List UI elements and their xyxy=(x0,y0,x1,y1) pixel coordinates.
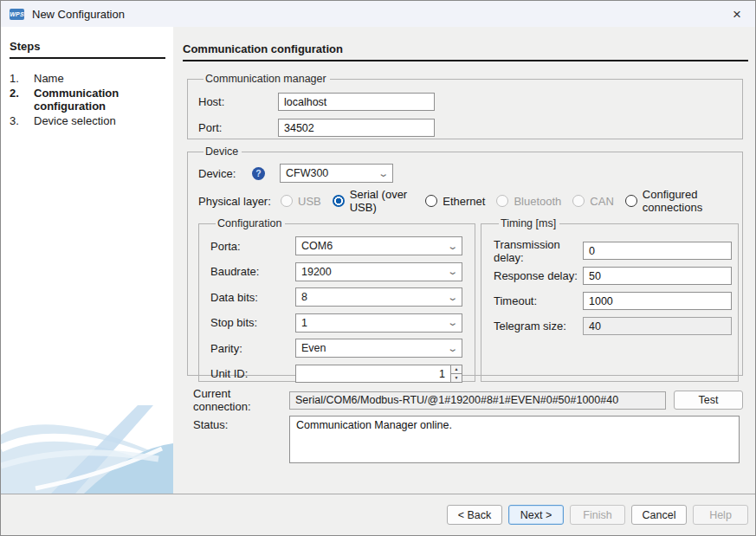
step-item-name: 1. Name xyxy=(10,72,165,86)
close-icon[interactable]: × xyxy=(729,5,745,23)
timeout-label: Timeout: xyxy=(494,294,583,307)
current-connection-label: Current connection: xyxy=(193,387,289,413)
host-label: Host: xyxy=(198,95,278,108)
window-title: New Configuration xyxy=(32,8,125,21)
steps-sidebar: Steps 1. Name 2. Communication configura… xyxy=(1,27,173,494)
radio-bluetooth: Bluetooth xyxy=(496,195,561,208)
porta-select[interactable]: COM6 ⌄ xyxy=(295,236,462,255)
radio-circle-icon xyxy=(425,195,437,207)
status-textarea[interactable]: Communication Manager online. xyxy=(289,416,740,463)
radio-circle-icon xyxy=(281,195,293,207)
step-label: Name xyxy=(34,72,138,86)
configuration-group: Configuration Porta: COM6 ⌄ Baudrate: 19 xyxy=(198,217,475,382)
unit-id-stepper[interactable]: ▲ ▼ xyxy=(295,365,462,383)
device-select[interactable]: CFW300 ⌄ xyxy=(280,164,393,183)
physical-layer-label: Physical layer: xyxy=(198,195,281,208)
port-label: Port: xyxy=(198,121,278,134)
step-item-communication-configuration: 2. Communication configuration xyxy=(10,87,165,113)
stop-bits-label: Stop bits: xyxy=(210,316,295,329)
finish-button: Finish xyxy=(570,505,625,525)
radio-circle-icon xyxy=(496,195,508,207)
status-label: Status: xyxy=(193,416,289,431)
main-panel: Communication configuration Communicatio… xyxy=(173,27,755,494)
radio-ethernet[interactable]: Ethernet xyxy=(425,195,485,208)
help-icon[interactable]: ? xyxy=(252,167,265,180)
communication-manager-group: Communication manager Host: Port: xyxy=(187,73,743,139)
chevron-down-icon: ⌄ xyxy=(447,241,458,252)
step-number: 1. xyxy=(10,72,34,86)
port-input[interactable] xyxy=(278,119,435,137)
steps-heading: Steps xyxy=(10,40,165,59)
telegram-size-input xyxy=(583,317,732,335)
wps-app-icon: WPS xyxy=(10,9,24,20)
response-delay-input[interactable] xyxy=(583,267,732,285)
radio-circle-icon xyxy=(625,195,637,207)
radio-configured-connections[interactable]: Configured connections xyxy=(625,188,731,214)
step-item-device-selection: 3. Device selection xyxy=(10,114,165,128)
unit-id-label: Unit ID: xyxy=(210,367,295,380)
step-label: Communication configuration xyxy=(34,87,138,113)
step-number: 2. xyxy=(10,87,34,113)
help-button: Help xyxy=(693,505,748,525)
back-button[interactable]: < Back xyxy=(447,505,502,525)
transmission-delay-input[interactable] xyxy=(583,242,732,260)
cancel-button[interactable]: Cancel xyxy=(631,505,687,525)
chevron-down-icon: ⌄ xyxy=(447,266,458,277)
radio-circle-icon xyxy=(333,195,345,207)
chevron-down-icon: ⌄ xyxy=(447,292,458,303)
timing-legend: Timing [ms] xyxy=(499,217,559,229)
step-label: Device selection xyxy=(34,114,138,128)
communication-manager-legend: Communication manager xyxy=(204,73,330,85)
device-group: Device Device: ? CFW300 ⌄ Physical layer… xyxy=(187,145,743,376)
step-number: 3. xyxy=(10,114,34,128)
data-bits-select[interactable]: 8 ⌄ xyxy=(295,287,462,307)
porta-label: Porta: xyxy=(210,240,295,253)
spinner-up-icon[interactable]: ▲ xyxy=(450,365,462,373)
timing-group: Timing [ms] Transmission delay: Response… xyxy=(481,217,739,382)
title-bar: WPS New Configuration × xyxy=(1,1,755,27)
decorative-swirl-graphic xyxy=(1,398,173,494)
chevron-down-icon: ⌄ xyxy=(447,317,458,328)
telegram-size-label: Telegram size: xyxy=(494,320,583,333)
data-bits-label: Data bits: xyxy=(210,291,295,304)
stop-bits-select[interactable]: 1 ⌄ xyxy=(295,313,462,333)
radio-circle-icon xyxy=(572,195,585,207)
parity-select[interactable]: Even ⌄ xyxy=(295,339,462,358)
transmission-delay-label: Transmission delay: xyxy=(494,238,583,264)
page-title: Communication configuration xyxy=(183,42,748,61)
response-delay-label: Response delay: xyxy=(494,269,583,282)
next-button[interactable]: Next > xyxy=(508,505,564,525)
new-configuration-dialog: WPS New Configuration × Steps 1. Name 2.… xyxy=(0,0,756,536)
configuration-legend: Configuration xyxy=(216,217,285,229)
unit-id-input[interactable] xyxy=(295,365,450,383)
test-button[interactable]: Test xyxy=(674,391,743,410)
radio-usb: USB xyxy=(281,195,321,208)
current-connection-value xyxy=(289,391,666,410)
spinner-down-icon[interactable]: ▼ xyxy=(450,373,462,383)
device-legend: Device xyxy=(204,145,242,158)
baudrate-label: Baudrate: xyxy=(210,265,295,278)
radio-can: CAN xyxy=(572,195,613,208)
host-input[interactable] xyxy=(278,93,435,111)
baudrate-select[interactable]: 19200 ⌄ xyxy=(295,262,462,281)
steps-list: 1. Name 2. Communication configuration 3… xyxy=(10,72,165,127)
parity-label: Parity: xyxy=(210,342,295,355)
footer-button-bar: < Back Next > Finish Cancel Help xyxy=(1,494,755,535)
chevron-down-icon: ⌄ xyxy=(378,168,389,179)
radio-serial-over-usb[interactable]: Serial (over USB) xyxy=(333,188,415,214)
chevron-down-icon: ⌄ xyxy=(447,343,458,354)
device-select-value: CFW300 xyxy=(286,167,328,179)
timeout-input[interactable] xyxy=(583,292,732,310)
device-label: Device: xyxy=(198,167,252,180)
